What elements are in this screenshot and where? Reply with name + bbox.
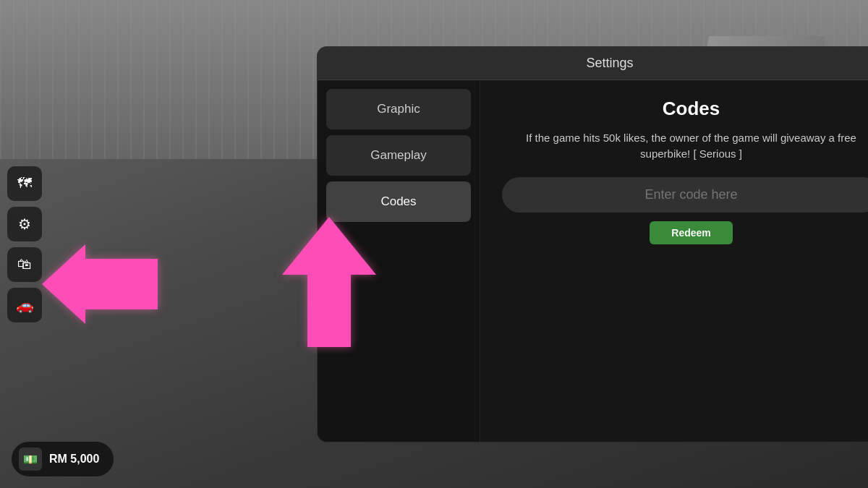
nav-btn-gameplay[interactable]: Gameplay — [326, 135, 471, 176]
codes-description: If the game hits 50k likes, the owner of… — [502, 130, 868, 163]
settings-icon: ⚙ — [18, 215, 31, 233]
sidebar-btn-shop[interactable]: 🛍 — [7, 247, 42, 282]
settings-modal: Settings Graphic Gameplay Codes Codes If… — [317, 46, 868, 442]
up-arrow-indicator — [282, 217, 376, 350]
codes-content-panel: Codes If the game hits 50k likes, the ow… — [480, 80, 868, 442]
codes-title: Codes — [502, 98, 868, 120]
code-input[interactable] — [502, 177, 868, 213]
redeem-button[interactable]: Redeem — [650, 221, 732, 244]
sidebar: 🗺 ⚙ 🛍 🚗 — [7, 166, 42, 322]
shop-icon: 🛍 — [17, 256, 32, 273]
modal-title: Settings — [318, 47, 868, 80]
sidebar-btn-vehicle[interactable]: 🚗 — [7, 288, 42, 322]
vehicle-icon: 🚗 — [16, 296, 34, 314]
currency-amount: RM 5,000 — [49, 453, 99, 466]
currency-icon: 💵 — [19, 448, 42, 471]
modal-body: Graphic Gameplay Codes Codes If the game… — [318, 80, 868, 442]
sidebar-btn-settings[interactable]: ⚙ — [7, 207, 42, 241]
nav-btn-graphic[interactable]: Graphic — [326, 89, 471, 129]
map-icon: 🗺 — [17, 175, 32, 192]
sidebar-btn-map[interactable]: 🗺 — [7, 166, 42, 201]
nav-btn-codes[interactable]: Codes — [326, 181, 471, 222]
svg-marker-1 — [282, 217, 376, 347]
svg-marker-0 — [42, 244, 158, 324]
currency-bar: 💵 RM 5,000 — [12, 442, 114, 476]
